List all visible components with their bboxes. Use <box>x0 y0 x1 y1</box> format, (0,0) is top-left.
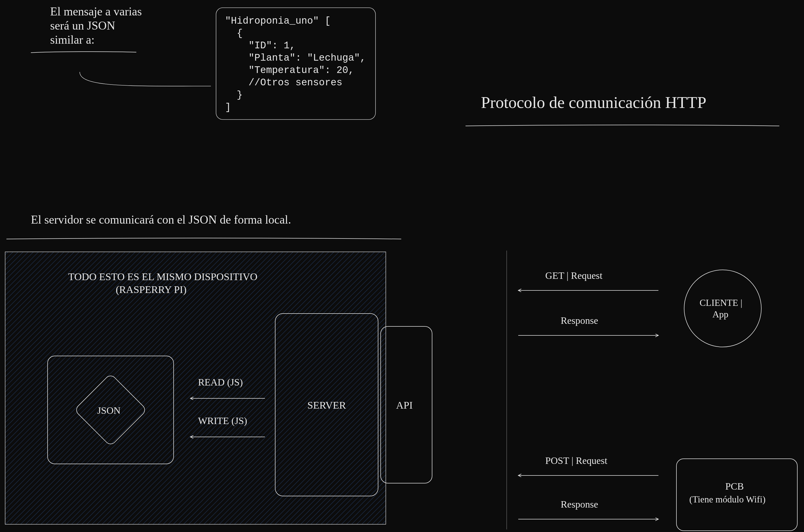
code-line: ] <box>225 102 231 113</box>
response-label-1: Response <box>561 315 598 326</box>
server-label: SERVER <box>307 399 346 411</box>
pcb-line-2: (Tiene módulo Wifi) <box>689 494 766 505</box>
cliente-line-2: App <box>712 309 728 320</box>
pcb-line-1: PCB <box>725 481 744 492</box>
get-label: GET | Request <box>545 270 603 281</box>
code-line: "Hidroponia_uno" [ <box>225 15 330 26</box>
code-line: } <box>225 90 242 100</box>
mid-sentence: El servidor se comunicará con el JSON de… <box>31 213 291 226</box>
write-label: WRITE (JS) <box>198 415 247 426</box>
code-line: //Otros sensores <box>225 77 342 88</box>
api-label: API <box>396 399 413 411</box>
response-label-2: Response <box>561 499 598 510</box>
section-title: Protocolo de comunicación HTTP <box>481 93 706 112</box>
post-label: POST | Request <box>545 455 607 466</box>
code-line: "Planta": "Lechuga", <box>225 53 366 63</box>
device-label-1: TODO ESTO ES EL MISMO DISPOSITIVO <box>68 271 257 282</box>
code-line: "ID": 1, <box>225 40 295 51</box>
read-label: READ (JS) <box>198 377 243 388</box>
note-line-3: similar a: <box>50 33 94 46</box>
json-label: JSON <box>97 405 121 416</box>
note-line-1: El mensaje a varias <box>50 5 142 18</box>
code-line: { <box>225 28 242 39</box>
cliente-line-1: CLIENTE | <box>699 298 742 308</box>
svg-rect-4 <box>5 252 386 524</box>
note-line-2: será un JSON <box>50 19 115 32</box>
device-box: TODO ESTO ES EL MISMO DISPOSITIVO (RASPE… <box>5 252 386 524</box>
code-line: "Temperatura": 20, <box>225 65 354 76</box>
device-label-2: (RASPERRY PI) <box>116 284 186 295</box>
